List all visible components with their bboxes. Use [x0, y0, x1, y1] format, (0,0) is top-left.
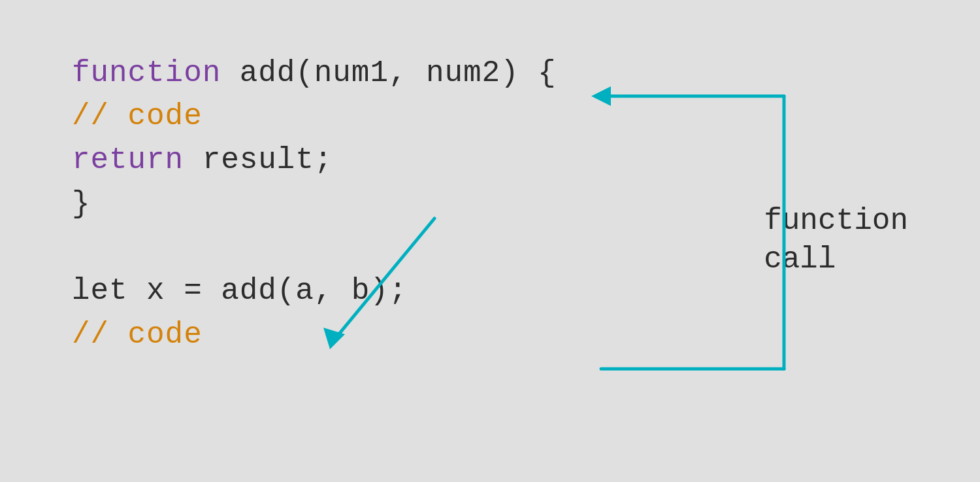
code-let-line: let x = add(a, b);	[72, 274, 407, 308]
code-line-7: // code	[72, 313, 557, 357]
annotation-label: function call	[764, 202, 908, 281]
keyword-function: function	[72, 56, 221, 90]
code-line-3: return result;	[72, 139, 557, 182]
svg-marker-1	[591, 86, 611, 106]
main-container: function add(num1, num2) { // code retur…	[33, 19, 947, 464]
code-line-4: }	[72, 182, 557, 226]
closing-brace: }	[72, 187, 91, 221]
keyword-return: return	[72, 143, 184, 177]
code-comment-1: // code	[72, 99, 203, 133]
code-line-1: function add(num1, num2) {	[72, 52, 557, 95]
code-block: function add(num1, num2) { // code retur…	[72, 52, 557, 357]
code-line-2: // code	[72, 95, 557, 139]
annotation-line1: function	[764, 202, 908, 241]
code-line3-rest: result;	[184, 143, 333, 177]
code-comment-2: // code	[72, 318, 203, 352]
code-line-5	[72, 226, 557, 269]
code-line1-rest: add(num1, num2) {	[221, 56, 556, 90]
code-line-6: let x = add(a, b);	[72, 269, 557, 313]
annotation-line2: call	[764, 241, 908, 281]
